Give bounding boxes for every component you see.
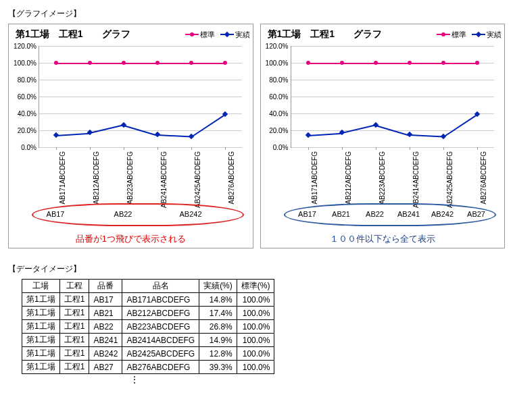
chart-left-plot: 0.0%20.0%40.0%60.0%80.0%100.0%120.0%AB17… <box>39 46 242 148</box>
table-cell: AB17 <box>89 293 122 307</box>
legend-act: 実績 <box>487 30 502 40</box>
y-tick-label: 20.0% <box>269 127 288 134</box>
table-cell: 第1工場 <box>22 307 60 320</box>
chart-left-legend: 標準 実績 <box>181 30 250 40</box>
table-cell: 工程1 <box>59 361 89 374</box>
x-tick-label: AB2425ABCDEFG <box>194 151 201 208</box>
group-label: AB17 <box>298 210 316 218</box>
x-tick-label: AB212ABCDEFG <box>345 151 352 204</box>
table-cell: 17.4% <box>199 307 237 320</box>
chart-right-caption: １００件以下なら全て表示 <box>264 233 502 245</box>
table-cell: 工程1 <box>59 320 89 334</box>
chart-left-caption: 品番が1つ飛びで表示される <box>11 233 250 245</box>
chart-right-title: 第1工場 工程1 グラフ <box>264 28 433 41</box>
table-cell: AB276ABCDEFG <box>122 361 199 374</box>
y-tick-label: 120.0% <box>14 43 36 50</box>
table-header: 実績(%) <box>199 280 237 293</box>
table-cell: AB171ABCDEFG <box>122 293 199 307</box>
table-cell: 100.0% <box>237 361 274 374</box>
table-cell: AB223ABCDEFG <box>122 320 199 334</box>
y-tick-label: 80.0% <box>269 76 288 84</box>
y-tick-label: 40.0% <box>269 110 288 117</box>
table-cell: 第1工場 <box>22 334 60 347</box>
table-cell: 第1工場 <box>22 293 60 307</box>
group-label: AB242 <box>431 210 454 218</box>
table-header: 工場 <box>22 280 60 293</box>
table-cell: AB212ABCDEFG <box>122 307 199 320</box>
chart-left-title: 第1工場 工程1 グラフ <box>11 28 181 41</box>
table-cell: 100.0% <box>237 293 274 307</box>
x-tick-label: AB2414ABCDEFG <box>412 151 420 208</box>
table-cell: AB241 <box>89 334 122 347</box>
table-cell: 第1工場 <box>22 361 60 374</box>
table-header: 標準(%) <box>237 280 274 293</box>
table-cell: 100.0% <box>237 334 274 347</box>
table-row: 第1工場工程1AB242AB2425ABCDEFG12.8%100.0% <box>22 347 274 361</box>
table-row: 第1工場工程1AB17AB171ABCDEFG14.8%100.0% <box>22 293 274 307</box>
table-row: 第1工場工程1AB27AB276ABCDEFG39.3%100.0% <box>22 361 274 374</box>
table-cell: 100.0% <box>237 320 274 334</box>
x-tick-label: AB223ABCDEFG <box>126 151 134 204</box>
table-header: 品番 <box>89 280 122 293</box>
x-tick-label: AB171ABCDEFG <box>59 151 66 204</box>
table-cell: AB27 <box>89 361 122 374</box>
table-cell: AB2425ABCDEFG <box>122 347 199 361</box>
x-tick-label: AB2425ABCDEFG <box>446 151 454 208</box>
group-label: AB17 <box>47 210 65 218</box>
table-header: 品名 <box>122 280 199 293</box>
chart-right-legend: 標準 実績 <box>433 30 502 40</box>
x-tick-label: AB171ABCDEFG <box>311 151 318 204</box>
y-tick-label: 40.0% <box>18 110 36 117</box>
group-label: AB22 <box>114 210 132 218</box>
y-tick-label: 100.0% <box>266 59 289 67</box>
table-cell: 14.9% <box>199 334 237 347</box>
table-cell: AB242 <box>89 347 122 361</box>
table-cell: 工程1 <box>59 293 89 307</box>
y-tick-label: 60.0% <box>269 93 288 101</box>
table-cell: 工程1 <box>59 347 89 361</box>
chart-row: 第1工場 工程1 グラフ 標準 実績 0.0%20.0%40.0%60.0%80… <box>8 24 505 248</box>
table-header: 工程 <box>59 280 89 293</box>
table-row: 第1工場工程1AB21AB212ABCDEFG17.4%100.0% <box>22 307 274 320</box>
legend-std: 標準 <box>451 30 466 40</box>
table-cell: 第1工場 <box>22 320 60 334</box>
data-table: 工場工程品番品名実績(%)標準(%) 第1工場工程1AB17AB171ABCDE… <box>22 279 274 374</box>
legend-act: 実績 <box>235 30 250 40</box>
x-tick-label: AB2414ABCDEFG <box>160 151 168 208</box>
chart-left: 第1工場 工程1 グラフ 標準 実績 0.0%20.0%40.0%60.0%80… <box>8 24 253 248</box>
table-cell: AB2414ABCDEFG <box>122 334 199 347</box>
x-tick-label: AB276ABCDEFG <box>228 151 235 204</box>
chart-left-group-axis: AB17AB22AB242 <box>39 209 241 226</box>
table-cell: 12.8% <box>199 347 237 361</box>
group-label: AB21 <box>332 210 350 218</box>
y-tick-label: 0.0% <box>273 144 289 151</box>
group-label: AB242 <box>179 210 201 218</box>
chart-right: 第1工場 工程1 グラフ 標準 実績 0.0%20.0%40.0%60.0%80… <box>260 24 506 248</box>
x-tick-label: AB276ABCDEFG <box>480 151 487 204</box>
group-label: AB22 <box>366 210 384 218</box>
group-label: AB27 <box>467 210 485 218</box>
table-cell: 26.8% <box>199 320 237 334</box>
table-cell: 14.8% <box>199 293 237 307</box>
table-row: 第1工場工程1AB241AB2414ABCDEFG14.9%100.0% <box>22 334 274 347</box>
group-label: AB241 <box>397 210 420 218</box>
table-cell: AB21 <box>89 307 122 320</box>
table-row: 第1工場工程1AB22AB223ABCDEFG26.8%100.0% <box>22 320 274 334</box>
table-cell: 第1工場 <box>22 347 60 361</box>
y-tick-label: 100.0% <box>14 59 36 67</box>
legend-std: 標準 <box>200 30 215 40</box>
data-section-label: 【データイメージ】 <box>8 263 505 275</box>
y-tick-label: 60.0% <box>18 93 36 101</box>
table-cell: 工程1 <box>59 334 89 347</box>
table-cell: 100.0% <box>237 347 274 361</box>
table-cell: AB22 <box>89 320 122 334</box>
y-tick-label: 120.0% <box>266 43 289 50</box>
table-cell: 工程1 <box>59 307 89 320</box>
table-vdots: ⋮ <box>130 374 505 385</box>
graph-section-label: 【グラフイメージ】 <box>8 8 505 20</box>
chart-right-group-axis: AB17AB21AB22AB241AB242AB27 <box>291 209 493 226</box>
x-tick-label: AB223ABCDEFG <box>378 151 386 204</box>
chart-right-plot: 0.0%20.0%40.0%60.0%80.0%100.0%120.0%AB17… <box>291 46 494 148</box>
y-tick-label: 80.0% <box>18 76 36 84</box>
y-tick-label: 20.0% <box>18 127 36 134</box>
